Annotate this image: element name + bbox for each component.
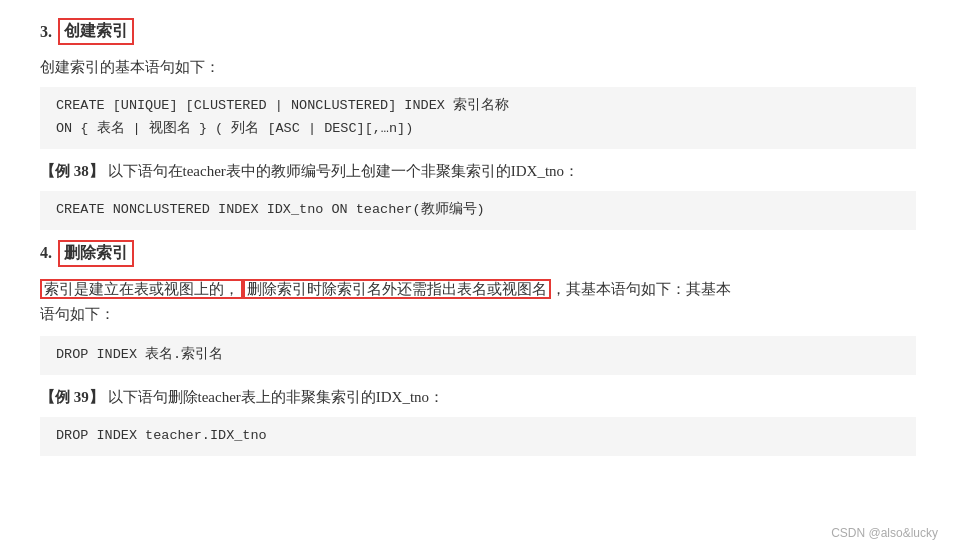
example2-body: 以下语句删除teacher表上的非聚集索引的IDX_tno： [108,389,445,405]
section4-container: 4. 删除索引 索引是建立在表或视图上的，删除索引时除索引名外还需指出表名或视图… [40,240,916,456]
section3-desc: 创建索引的基本语句如下： [40,55,916,79]
code-line-2: ON { 表名 | 视图名 } ( 列名 [ASC | DESC][,…n]) [56,118,900,141]
code-block-2: CREATE NONCLUSTERED INDEX IDX_tno ON tea… [40,191,916,230]
example1-label: 【例 38】 [40,163,104,179]
section4-header: 4. 删除索引 [40,240,916,267]
code-line-4: DROP INDEX 表名.索引名 [56,344,900,367]
example1-text: 【例 38】 以下语句在teacher表中的教师编号列上创建一个非聚集索引的ID… [40,159,916,183]
section3-number: 3. [40,23,52,41]
code-line-3: CREATE NONCLUSTERED INDEX IDX_tno ON tea… [56,199,900,222]
section4-desc-part2: 删除索引时除索引名外还需指出表名或视图名 [243,279,551,299]
section4-desc: 索引是建立在表或视图上的，删除索引时除索引名外还需指出表名或视图名，其基本语句如… [40,277,916,328]
page-container: 3. 创建索引 创建索引的基本语句如下： CREATE [UNIQUE] [CL… [0,0,956,550]
example1-body: 以下语句在teacher表中的教师编号列上创建一个非聚集索引的IDX_tno： [108,163,580,179]
section4-title: 删除索引 [58,240,134,267]
code-line-5: DROP INDEX teacher.IDX_tno [56,425,900,448]
section3-title: 创建索引 [58,18,134,45]
code-line-1: CREATE [UNIQUE] [CLUSTERED | NONCLUSTERE… [56,95,900,118]
section4-number: 4. [40,244,52,262]
section4-desc-part3: ，其基本语句如下： [551,281,686,297]
example2-label: 【例 39】 [40,389,104,405]
code-block-1: CREATE [UNIQUE] [CLUSTERED | NONCLUSTERE… [40,87,916,149]
section3-header: 3. 创建索引 [40,18,916,45]
watermark: CSDN @also&lucky [831,526,938,540]
code-block-3: DROP INDEX 表名.索引名 [40,336,916,375]
code-block-4: DROP INDEX teacher.IDX_tno [40,417,916,456]
section4-desc-part1: 索引是建立在表或视图上的， [40,279,243,299]
example2-text: 【例 39】 以下语句删除teacher表上的非聚集索引的IDX_tno： [40,385,916,409]
